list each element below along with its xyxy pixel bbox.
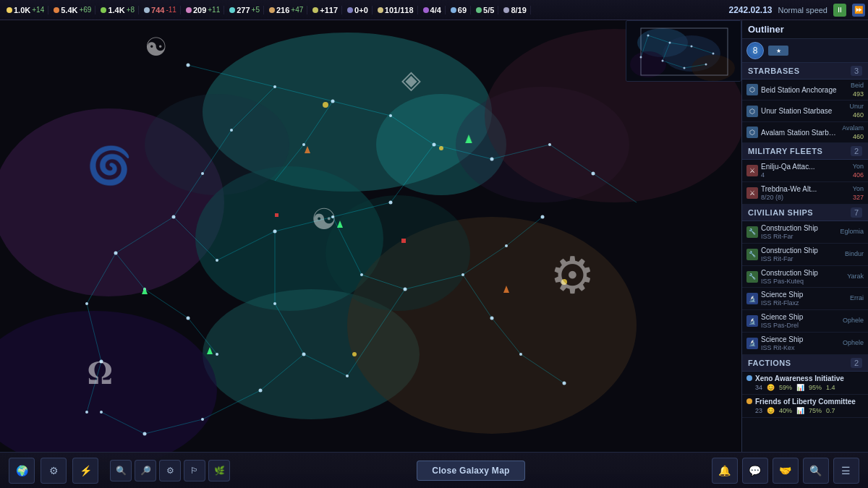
resource-volatile: 277 +5 [226,6,264,14]
starbase-icon: ⬡ [746,106,758,117]
svg-point-59 [230,129,233,132]
liberty-support-label: 📊 [796,407,804,414]
menu-button[interactable]: ☰ [833,458,859,484]
search-button[interactable]: 🔍 [803,458,829,484]
svg-point-74 [259,389,263,393]
military-section-header[interactable]: Military Fleets 2 [742,143,868,160]
consumer-icon [186,7,192,13]
faction-item-xeno[interactable]: Xeno Awareness Initiative 34 😊59% 📊95% 1… [742,372,868,395]
starbase-item-beid[interactable]: ⬡ Beid Station Anchorage Beid 493 [742,80,868,100]
power-button[interactable]: ⚡ [72,458,98,484]
starbases-section-header[interactable]: Starbases 3 [742,63,868,80]
svg-point-107 [692,55,735,81]
research-button[interactable]: ⚙ [41,458,67,484]
sr2-icon [347,7,353,13]
ship-item-science-2[interactable]: 🔬 Science Ship ISS Pas-Drel Ophele [742,310,868,333]
svg-point-88 [563,382,566,385]
ship-construction1-meta: Eglomia [840,228,864,236]
ship-item-science-1[interactable]: 🔬 Science Ship ISS Rit-Flaxz Errai [742,288,868,310]
starbase-beid-location: Beid [851,82,864,90]
fleet-trebdna-location: Yon [853,185,864,194]
construction-ship-icon: 🔧 [746,226,758,238]
svg-point-78 [114,252,118,255]
resource-sr1: +117 [309,6,342,14]
starbase-item-avalam[interactable]: ⬡ Avalam Station Starbase Avalam 460 [742,122,868,143]
starbase-unur-location: Unur [849,103,864,111]
factions-section-header[interactable]: Factions 2 [742,355,868,372]
minimap-svg [626,21,741,82]
resource-systems: 8/19 [500,6,530,14]
xeno-support-label: 📊 [796,384,804,391]
ship-science2-content: Science Ship ISS Pas-Drel [761,312,840,330]
ship-science1-content: Science Ship ISS Rit-Flaxz [761,290,847,307]
liberty-name: Friends of Liberty Committee [755,398,856,406]
starbase-unur-meta: Unur 460 [849,103,864,119]
fleet-trebdna-meta: Yon 327 [853,185,864,201]
tree-button[interactable]: 🌿 [208,460,230,481]
zoom-out-button[interactable]: 🔎 [135,460,156,481]
fleet-item-trebdna[interactable]: ⚔ Trebdna-We Alt... 8/20 (8) Yon 327 [742,182,868,205]
ship-item-construction-3[interactable]: 🔧 Construction Ship ISS Pas-Kuteq Yarak [742,266,868,288]
zoom-in-button[interactable]: 🔍 [110,460,132,481]
settings-map-button[interactable]: ⚙ [159,460,181,481]
planets-value: 5/5 [483,6,494,14]
resource-pop: 69 [447,6,471,14]
civilian-label: Civilian Ships [748,208,813,217]
factions-label: Factions [748,359,791,367]
xeno-name: Xeno Awareness Initiative [755,374,844,382]
globe-button[interactable]: 🌍 [9,458,35,484]
starbase-item-unur[interactable]: ⬡ Unur Station Starbase Unur 460 [742,100,868,121]
starbase-unur-value: 460 [849,111,864,119]
ship-science3-content: Science Ship ISS Rit-Kex [761,335,840,352]
pause-button[interactable]: ⏸ [833,4,846,17]
svg-point-55 [273,85,276,88]
svg-point-82 [490,158,494,161]
svg-point-77 [100,411,103,414]
xeno-influence: 1.4 [826,384,835,391]
svg-point-118 [691,46,693,48]
resource-alloys: 744 -11 [140,6,181,14]
consumer-value: 209 [193,6,206,14]
svg-point-121 [684,67,686,69]
military-label: Military Fleets [748,147,822,155]
sr2-value: 0+0 [354,6,368,14]
messages-button[interactable]: 💬 [742,458,768,484]
minimap[interactable] [626,20,741,82]
civilian-section-header[interactable]: Civilian Ships 7 [742,205,868,221]
starbase-icon: ⬡ [746,127,758,138]
food-value: 1.4K [108,6,124,14]
fleet-enilju-meta: Yon 406 [853,163,864,179]
systems-value: 8/19 [511,6,526,14]
svg-point-9 [326,195,470,311]
resource-energy: 1.0K +14 [3,6,48,14]
diplomacy-button[interactable]: 🤝 [773,458,799,484]
notifications-button[interactable]: 🔔 [712,458,738,484]
svg-point-86 [490,317,494,320]
energy-delta: +14 [32,6,44,14]
ship-item-science-3[interactable]: 🔬 Science Ship ISS Rit-Kex Ophele [742,333,868,355]
ship-item-construction-1[interactable]: 🔧 Construction Ship ISS Rit-Far Eglomia [742,221,868,244]
fast-forward-button[interactable]: ⏩ [852,4,865,17]
food-icon [101,7,106,13]
svg-point-68 [461,273,464,276]
close-galaxy-map-button[interactable]: Close Galaxy Map [417,461,525,481]
influence-icon [423,7,429,13]
fleet-enilju-content: Enilju-Qa Attac... 4 [761,162,850,179]
resource-unity: 101/118 [374,6,418,14]
ship-science2-loc: Ophele [843,317,864,325]
volatile-value: 277 [237,6,250,14]
svg-point-64 [331,215,334,218]
svg-point-85 [302,143,305,146]
svg-point-91 [216,353,218,356]
sr1-value: +117 [320,6,338,14]
unity-icon [378,7,383,13]
ship-construction2-sub: ISS Rit-Far [761,255,842,263]
svg-rect-97 [275,213,278,217]
fleet-item-enilju[interactable]: ⚔ Enilju-Qa Attac... 4 Yon 406 [742,160,868,182]
faction-item-liberty[interactable]: Friends of Liberty Committee 23 😊40% 📊75… [742,395,868,418]
ship-item-construction-2[interactable]: 🔧 Construction Ship ISS Rit-Far Bindur [742,244,868,266]
alloys-value: 744 [151,6,164,14]
flag-button[interactable]: 🏳 [184,460,205,481]
svg-point-98 [323,102,328,108]
xeno-approval: 59% [779,384,792,391]
